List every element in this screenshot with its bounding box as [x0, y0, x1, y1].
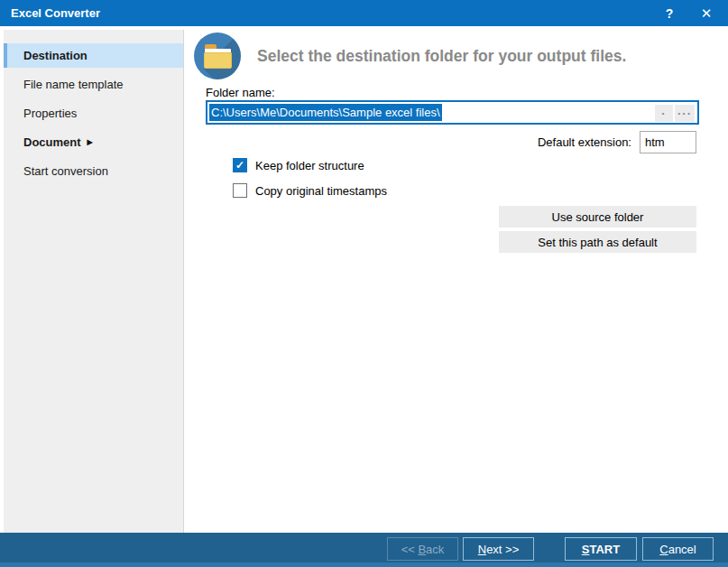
- start-button[interactable]: START: [565, 537, 637, 561]
- back-button[interactable]: << Back: [387, 537, 458, 561]
- title-bar: Excel Converter ? ✕: [0, 0, 728, 26]
- default-extension-label: Default extension:: [538, 135, 631, 149]
- sidebar: Destination File name template Propertie…: [4, 30, 184, 533]
- cancel-button[interactable]: Cancel: [642, 537, 714, 561]
- folder-name-label: Folder name:: [206, 86, 275, 99]
- folder-path-selected-text: C:\Users\Me\Documents\Sample excel files…: [209, 104, 442, 121]
- sidebar-item-label: File name template: [23, 78, 124, 91]
- footer-accent-strip: [0, 562, 728, 567]
- window-title: Excel Converter: [0, 6, 100, 20]
- sidebar-item-label: Document: [23, 135, 81, 149]
- sidebar-item-properties[interactable]: Properties: [4, 101, 183, 125]
- close-icon[interactable]: ✕: [694, 0, 719, 26]
- sidebar-item-document[interactable]: Document ▶: [4, 130, 183, 154]
- next-button[interactable]: Next >>: [463, 537, 534, 561]
- keep-folder-structure-checkbox[interactable]: ✓: [233, 158, 247, 172]
- copy-original-timestamps-checkbox[interactable]: [233, 183, 247, 198]
- footer-bar: << Back Next >> START Cancel: [0, 533, 728, 567]
- browse-dot-button[interactable]: ·: [655, 105, 673, 122]
- copy-original-timestamps-label: Copy original timestamps: [255, 184, 387, 198]
- sidebar-item-label: Properties: [23, 107, 77, 120]
- set-path-default-button[interactable]: Set this path as default: [499, 231, 696, 253]
- use-source-folder-button[interactable]: Use source folder: [499, 206, 696, 228]
- folder-path-input[interactable]: C:\Users\Me\Documents\Sample excel files…: [206, 100, 699, 125]
- page-header: Select the destination folder for your o…: [194, 33, 626, 79]
- sidebar-item-start-conversion[interactable]: Start conversion: [4, 159, 183, 183]
- folder-icon: [194, 33, 241, 79]
- keep-folder-structure-label: Keep folder structure: [255, 159, 364, 172]
- main-content: Select the destination folder for your o…: [185, 26, 728, 533]
- chevron-right-icon: ▶: [88, 138, 93, 146]
- keep-folder-structure-row: ✓ Keep folder structure: [233, 158, 364, 172]
- sidebar-item-file-name-template[interactable]: File name template: [4, 72, 183, 97]
- help-icon[interactable]: ?: [658, 0, 681, 26]
- default-extension-field[interactable]: [640, 131, 696, 153]
- sidebar-item-label: Destination: [23, 49, 88, 62]
- copy-original-timestamps-row: Copy original timestamps: [233, 183, 387, 198]
- browse-ellipsis-button[interactable]: ···: [675, 105, 695, 122]
- page-title: Select the destination folder for your o…: [257, 47, 626, 66]
- sidebar-item-destination[interactable]: Destination: [4, 43, 183, 68]
- sidebar-item-label: Start conversion: [23, 164, 108, 178]
- excel-converter-window: Excel Converter ? ✕ Destination File nam…: [0, 0, 728, 567]
